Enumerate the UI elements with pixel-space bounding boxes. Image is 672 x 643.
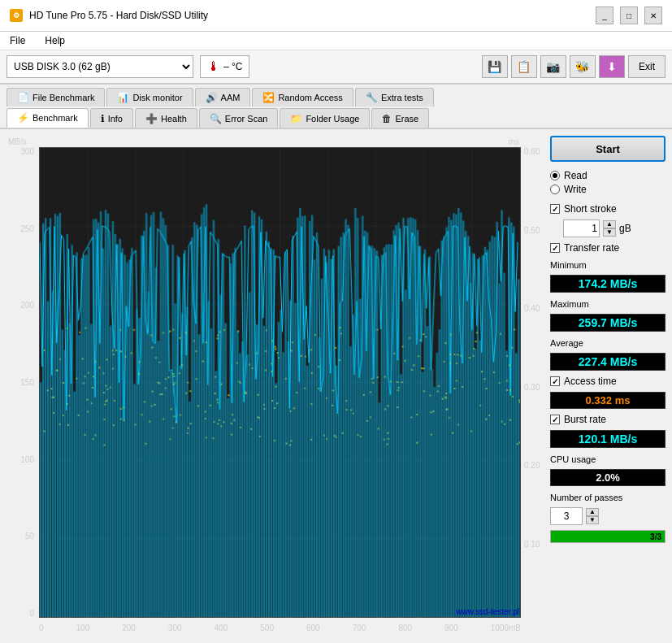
read-radio-circle <box>550 171 560 180</box>
start-button[interactable]: Start <box>550 136 665 162</box>
close-button[interactable]: ✕ <box>644 7 662 24</box>
transfer-rate-checkbox[interactable] <box>550 243 560 253</box>
passes-row: ▲ ▼ <box>550 507 665 525</box>
tab-folder-usage-label: Folder Usage <box>306 114 359 124</box>
short-stroke-checkbox-item[interactable]: Short stroke <box>550 203 665 215</box>
x-axis: 0 100 200 300 400 500 600 700 800 900 10… <box>39 623 521 632</box>
settings-button[interactable]: 🐝 <box>570 55 596 78</box>
toolbar: USB DISK 3.0 (62 gB) 🌡 – °C 💾 📋 📷 🐝 ⬇ Ex… <box>0 50 672 85</box>
tabs-container: 📄 File Benchmark 📊 Disk monitor 🔊 AAM 🔀 … <box>0 85 672 129</box>
x-800: 800 <box>398 623 412 632</box>
temperature-display: 🌡 – °C <box>200 55 249 78</box>
short-stroke-checkbox[interactable] <box>550 204 560 214</box>
tab-info-label: Info <box>108 114 123 124</box>
stroke-value-input[interactable]: 1 <box>563 219 600 237</box>
y-left-0: 0 <box>29 609 34 618</box>
tab-aam[interactable]: 🔊 AAM <box>195 88 251 106</box>
tab-extra-tests-label: Extra tests <box>381 93 423 102</box>
tab-extra-tests[interactable]: 🔧 Extra tests <box>355 88 434 106</box>
read-write-radio-group: Read Write <box>550 167 665 198</box>
passes-down-button[interactable]: ▼ <box>586 516 599 524</box>
menu-bar: File Help <box>0 32 672 50</box>
access-time-checkbox-item[interactable]: Access time <box>550 376 665 387</box>
tab-benchmark-label: Benchmark <box>33 113 78 123</box>
x-500: 500 <box>260 623 274 632</box>
passes-up-button[interactable]: ▲ <box>586 508 599 516</box>
tab-info[interactable]: ℹ Info <box>90 108 133 128</box>
cpu-usage-value: 2.0% <box>550 469 665 486</box>
x-700: 700 <box>353 623 366 632</box>
short-stroke-label: Short stroke <box>564 203 617 215</box>
file-benchmark-icon: 📄 <box>17 92 29 103</box>
average-value: 227.4 MB/s <box>550 353 665 371</box>
tab-random-access[interactable]: 🔀 Random Access <box>252 88 353 106</box>
stroke-down-button[interactable]: ▼ <box>603 228 616 237</box>
y-axis-left: 300 250 200 150 100 50 0 <box>7 147 37 618</box>
stroke-spinner[interactable]: ▲ ▼ <box>603 220 616 237</box>
burst-rate-checkbox[interactable] <box>550 415 560 424</box>
passes-spinner[interactable]: ▲ ▼ <box>586 508 599 524</box>
menu-file[interactable]: File <box>7 33 28 48</box>
extra-tests-icon: 🔧 <box>366 92 378 103</box>
minimize-button[interactable]: _ <box>596 7 613 24</box>
stroke-up-button[interactable]: ▲ <box>603 220 616 228</box>
disk-monitor-icon: 📊 <box>117 92 129 103</box>
screenshot-button[interactable]: 📷 <box>540 55 566 78</box>
y-left-150: 150 <box>20 378 34 387</box>
temperature-value: – °C <box>223 61 242 72</box>
burst-rate-checkbox-item[interactable]: Burst rate <box>550 414 665 425</box>
disk-info-button[interactable]: 💾 <box>482 55 508 78</box>
x-200: 200 <box>122 623 136 632</box>
access-time-checkbox[interactable] <box>550 376 560 386</box>
aam-icon: 🔊 <box>206 92 218 103</box>
maximum-label: Maximum <box>550 299 665 309</box>
exit-button[interactable]: Exit <box>628 55 665 78</box>
progress-label: 3/3 <box>650 532 661 541</box>
download-button[interactable]: ⬇ <box>599 55 625 78</box>
window-title: HD Tune Pro 5.75 - Hard Disk/SSD Utility <box>29 10 208 21</box>
tab-disk-monitor[interactable]: 📊 Disk monitor <box>106 88 193 106</box>
y-left-300: 300 <box>20 147 34 156</box>
x-300: 300 <box>168 623 182 632</box>
tabs-row-1: 📄 File Benchmark 📊 Disk monitor 🔊 AAM 🔀 … <box>7 88 665 106</box>
burst-rate-label: Burst rate <box>564 414 606 425</box>
chart-section: MB/s ms 300 250 200 150 100 50 0 0.60 0.… <box>7 136 550 636</box>
tab-disk-monitor-label: Disk monitor <box>132 93 182 102</box>
transfer-rate-checkbox-item[interactable]: Transfer rate <box>550 242 665 254</box>
tab-health-label: Health <box>161 114 187 124</box>
tab-folder-usage[interactable]: 📁 Folder Usage <box>280 108 370 128</box>
tab-file-benchmark[interactable]: 📄 File Benchmark <box>7 88 105 106</box>
number-of-passes-label: Number of passes <box>550 493 665 502</box>
window-controls[interactable]: _ □ ✕ <box>596 7 662 24</box>
y-left-200: 200 <box>20 301 34 310</box>
menu-help[interactable]: Help <box>41 33 68 48</box>
transfer-rate-label: Transfer rate <box>564 242 619 254</box>
x-0: 0 <box>39 623 44 632</box>
error-scan-icon: 🔍 <box>210 113 222 124</box>
write-radio[interactable]: Write <box>550 184 665 195</box>
disk-copy-button[interactable]: 📋 <box>511 55 537 78</box>
access-time-label: Access time <box>564 376 617 387</box>
y-axis-right: 0.60 0.50 0.40 0.30 0.20 0.10 <box>522 147 547 618</box>
y-right-030: 0.30 <box>524 383 540 392</box>
benchmark-chart <box>40 148 520 617</box>
passes-input[interactable] <box>550 507 583 525</box>
tab-benchmark[interactable]: ⚡ Benchmark <box>7 108 89 128</box>
random-access-icon: 🔀 <box>262 92 275 103</box>
health-icon: ➕ <box>145 113 158 124</box>
read-radio[interactable]: Read <box>550 170 665 181</box>
maximum-value: 259.7 MB/s <box>550 314 665 332</box>
tab-erase-label: Erase <box>395 114 418 124</box>
write-label: Write <box>564 184 587 195</box>
disk-select[interactable]: USB DISK 3.0 (62 gB) <box>7 55 193 78</box>
folder-usage-icon: 📁 <box>290 113 302 124</box>
tab-health[interactable]: ➕ Health <box>135 108 197 128</box>
maximize-button[interactable]: □ <box>620 7 638 24</box>
x-600: 600 <box>306 623 320 632</box>
read-label: Read <box>564 170 587 181</box>
tab-error-scan[interactable]: 🔍 Error Scan <box>199 108 279 128</box>
y-left-50: 50 <box>25 532 34 541</box>
y-right-060: 0.60 <box>524 147 540 156</box>
y-axis-right-label: ms <box>509 137 519 146</box>
tab-erase[interactable]: 🗑 Erase <box>371 108 429 128</box>
